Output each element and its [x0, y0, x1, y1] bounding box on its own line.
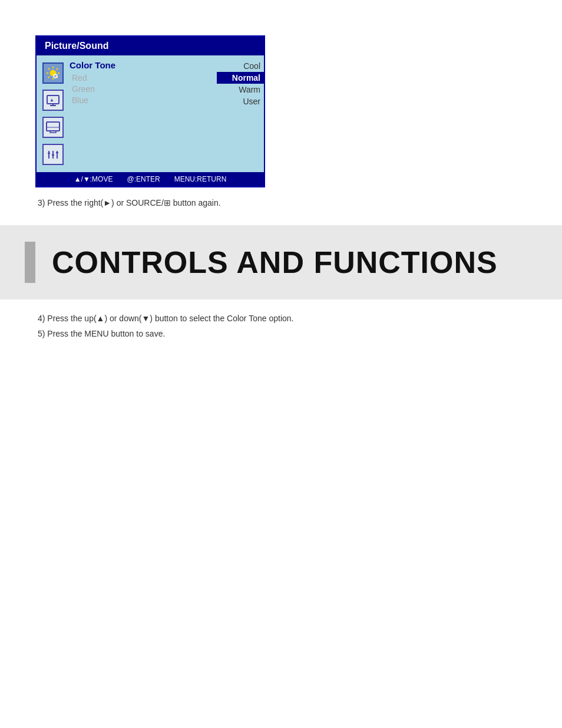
- osd-header: Picture/Sound: [37, 37, 264, 55]
- tools-icon: [42, 144, 64, 165]
- tools-svg: [45, 147, 61, 162]
- osd-header-title: Picture/Sound: [45, 41, 108, 51]
- submenu-blue: Blue: [70, 95, 217, 106]
- section-header-band: CONTROLS AND FUNCTIONS: [0, 225, 562, 299]
- monitor-icon: [42, 117, 64, 138]
- option-user: User: [217, 95, 264, 107]
- option-warm: Warm: [217, 84, 264, 95]
- step5-text: 5) Press the MENU button to save.: [35, 329, 527, 338]
- footer-enter: @:ENTER: [127, 175, 160, 183]
- svg-text:▲: ▲: [49, 97, 54, 103]
- submenu-list: Red Green Blue: [70, 73, 217, 106]
- options-col: Cool Normal Warm User: [217, 60, 264, 107]
- section-header-bar: [25, 242, 35, 283]
- monitor-svg: [45, 120, 61, 135]
- step3-text: 3) Press the right(►) or SOURCE/⊞ button…: [35, 198, 527, 207]
- svg-line-7: [57, 68, 58, 70]
- osd-body: 0 ▲: [37, 55, 264, 172]
- menu-left-col: Color Tone Red Green Blue: [70, 60, 217, 106]
- svg-rect-15: [47, 122, 59, 131]
- section-title: CONTROLS AND FUNCTIONS: [52, 245, 498, 280]
- brightness-icon: 0: [42, 62, 64, 84]
- picture-settings-svg: ▲: [45, 93, 61, 108]
- submenu-red: Red: [70, 73, 217, 83]
- option-normal: Normal: [217, 72, 264, 84]
- svg-line-8: [48, 77, 49, 78]
- step4-text: 4) Press the up(▲) or down(▼) button to …: [35, 314, 527, 323]
- svg-line-5: [48, 68, 49, 70]
- color-tone-row: Color Tone Red Green Blue Cool Normal Wa…: [70, 60, 264, 167]
- osd-menu: Picture/Sound: [35, 35, 265, 187]
- color-tone-label: Color Tone: [70, 60, 217, 70]
- svg-text:0: 0: [55, 75, 57, 78]
- picture-settings-icon: ▲: [42, 90, 64, 111]
- brightness-svg: 0: [45, 65, 61, 81]
- submenu-green: Green: [70, 84, 217, 94]
- footer-move: ▲/▼:MOVE: [74, 175, 113, 183]
- osd-icons-column: 0 ▲: [37, 60, 70, 167]
- option-cool: Cool: [217, 60, 264, 72]
- svg-rect-16: [50, 131, 56, 133]
- osd-footer: ▲/▼:MOVE @:ENTER MENU:RETURN: [37, 172, 264, 186]
- footer-menu: MENU:RETURN: [174, 175, 227, 183]
- osd-menu-items: Color Tone Red Green Blue Cool Normal Wa…: [70, 60, 264, 167]
